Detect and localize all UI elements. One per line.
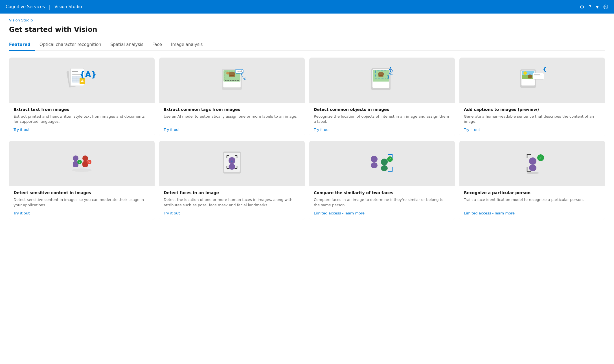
chevron-icon[interactable]: ▾ (596, 4, 598, 10)
card-detect-objects-title: Detect common objects in images (314, 107, 450, 112)
card-compare-faces-title: Compare the similarity of two faces (314, 190, 450, 195)
card-sensitive-content-link[interactable]: Try it out (14, 211, 150, 215)
card-detect-faces-image (159, 141, 305, 186)
svg-text:{: { (543, 66, 547, 72)
svg-rect-40 (528, 77, 532, 78)
card-extract-tags-title: Extract common tags from images (164, 107, 300, 112)
card-detect-objects-link[interactable]: Try it out (314, 128, 450, 132)
card-extract-text-link[interactable]: Try it out (14, 128, 150, 132)
tab-featured[interactable]: Featured (9, 39, 35, 51)
svg-rect-3 (72, 71, 78, 72)
svg-point-46 (73, 155, 78, 161)
page-title: Get started with Vision (9, 26, 605, 34)
svg-point-37 (523, 71, 527, 75)
card-recognize-person-image: ✓ (459, 141, 605, 186)
breadcrumb[interactable]: Vision Studio (9, 18, 605, 22)
svg-text:A: A (81, 79, 84, 83)
card-extract-text-image: A {A} (9, 58, 155, 103)
card-detect-faces-title: Detect faces in an image (164, 190, 300, 195)
svg-text:{A}: {A} (79, 70, 97, 79)
svg-rect-42 (534, 74, 540, 75)
svg-rect-17 (229, 75, 235, 77)
card-sensitive-content-body: Detect sensitive content in images Detec… (9, 186, 155, 220)
card-extract-text: A {A} Extract text from images Extract p… (9, 58, 155, 136)
svg-point-50 (82, 155, 88, 161)
card-add-captions: { Add captions to images (preview) Gener… (459, 58, 605, 136)
svg-rect-61 (371, 163, 378, 168)
card-sensitive-content-desc: Detect sensitive content in images so yo… (14, 197, 150, 207)
card-recognize-person-link[interactable]: Limited access - learn more (464, 211, 600, 215)
svg-point-66 (529, 157, 536, 165)
svg-rect-43 (534, 76, 542, 76)
card-recognize-person-body: Recognize a particular person Train a fa… (459, 186, 605, 220)
svg-text:✓: ✓ (539, 155, 542, 160)
header-branding: Cognitive Services | Vision Studio (6, 4, 82, 10)
card-extract-tags-image: label { % (159, 58, 305, 103)
svg-text:{: { (240, 71, 243, 77)
tab-nav: Featured Optical character recognition S… (9, 39, 605, 51)
card-add-captions-link[interactable]: Try it out (464, 128, 600, 132)
card-recognize-person-desc: Train a face identification model to rec… (464, 197, 600, 207)
card-compare-faces-desc: Compare faces in an image to determine i… (314, 197, 450, 207)
cards-row-1: A {A} Extract text from images Extract p… (9, 58, 605, 136)
card-sensitive-content: ✓ ✕ Detect sensitive content in images D… (9, 141, 155, 220)
app-name: Cognitive Services (6, 4, 45, 9)
card-add-captions-title: Add captions to images (preview) (464, 107, 600, 112)
svg-rect-5 (72, 74, 80, 75)
card-extract-text-desc: Extract printed and handwritten style te… (14, 114, 150, 124)
svg-rect-28 (378, 75, 383, 77)
card-detect-faces: Detect faces in an image Detect the loca… (159, 141, 305, 220)
header-actions: ⚙ ? ▾ 😊 (580, 4, 608, 10)
card-detect-faces-body: Detect faces in an image Detect the loca… (159, 186, 305, 220)
tab-image-analysis[interactable]: Image analysis (166, 39, 207, 51)
help-icon[interactable]: ? (589, 4, 592, 10)
svg-point-54 (72, 168, 92, 172)
card-extract-text-body: Extract text from images Extract printed… (9, 103, 155, 136)
tab-spatial[interactable]: Spatial analysis (106, 39, 148, 51)
svg-point-59 (231, 161, 233, 162)
settings-icon[interactable]: ⚙ (580, 4, 584, 10)
card-detect-faces-link[interactable]: Try it out (164, 211, 300, 215)
card-compare-faces-body: Compare the similarity of two faces Comp… (309, 186, 455, 220)
svg-rect-63 (381, 165, 388, 171)
card-detect-faces-desc: Detect the location of one or more human… (164, 197, 300, 207)
cards-row-2: ✓ ✕ Detect sensitive content in images D… (9, 141, 605, 220)
card-sensitive-content-title: Detect sensitive content in images (14, 190, 150, 195)
tab-face[interactable]: Face (148, 39, 166, 51)
card-extract-tags: label { % Extract common tags from image… (159, 58, 305, 136)
svg-text:✓: ✓ (78, 161, 81, 164)
svg-rect-67 (529, 165, 536, 171)
svg-point-62 (381, 159, 388, 165)
card-sensitive-content-image: ✓ ✕ (9, 141, 155, 186)
user-avatar-icon[interactable]: 😊 (603, 4, 608, 10)
card-compare-faces: ✓ Compare the similarity of two faces Co… (309, 141, 455, 220)
card-detect-objects-body: Detect common objects in images Recogniz… (309, 103, 455, 136)
card-add-captions-desc: Generate a human-readable sentence that … (464, 114, 600, 124)
svg-text:%: % (243, 77, 246, 81)
card-compare-faces-image: ✓ (309, 141, 455, 186)
svg-rect-58 (229, 164, 235, 170)
card-detect-objects-image: { 🐾 % } (309, 58, 455, 103)
svg-rect-44 (534, 77, 541, 77)
svg-text:}: } (386, 74, 390, 80)
product-name: Vision Studio (54, 4, 82, 9)
card-recognize-person-title: Recognize a particular person (464, 190, 600, 195)
svg-point-70 (527, 172, 539, 174)
svg-text:✓: ✓ (389, 157, 391, 161)
card-compare-faces-link[interactable]: Limited access - learn more (314, 211, 450, 215)
card-add-captions-image: { (459, 58, 605, 103)
card-detect-objects-desc: Recognize the location of objects of int… (314, 114, 450, 124)
app-header: Cognitive Services | Vision Studio ⚙ ? ▾… (0, 0, 614, 14)
main-content: Vision Studio Get started with Vision Fe… (0, 14, 614, 364)
svg-text:✕: ✕ (88, 161, 90, 164)
card-recognize-person: ✓ Recognize a particular person Train a … (459, 141, 605, 220)
card-extract-text-title: Extract text from images (14, 107, 150, 112)
card-extract-tags-desc: Use an AI model to automatically assign … (164, 114, 300, 124)
card-extract-tags-body: Extract common tags from images Use an A… (159, 103, 305, 136)
card-detect-objects: { 🐾 % } Detect common objects in images … (309, 58, 455, 136)
header-divider: | (49, 4, 51, 10)
card-extract-tags-link[interactable]: Try it out (164, 128, 300, 132)
svg-point-18 (226, 72, 229, 74)
tab-ocr[interactable]: Optical character recognition (35, 39, 106, 51)
svg-point-60 (371, 156, 378, 163)
